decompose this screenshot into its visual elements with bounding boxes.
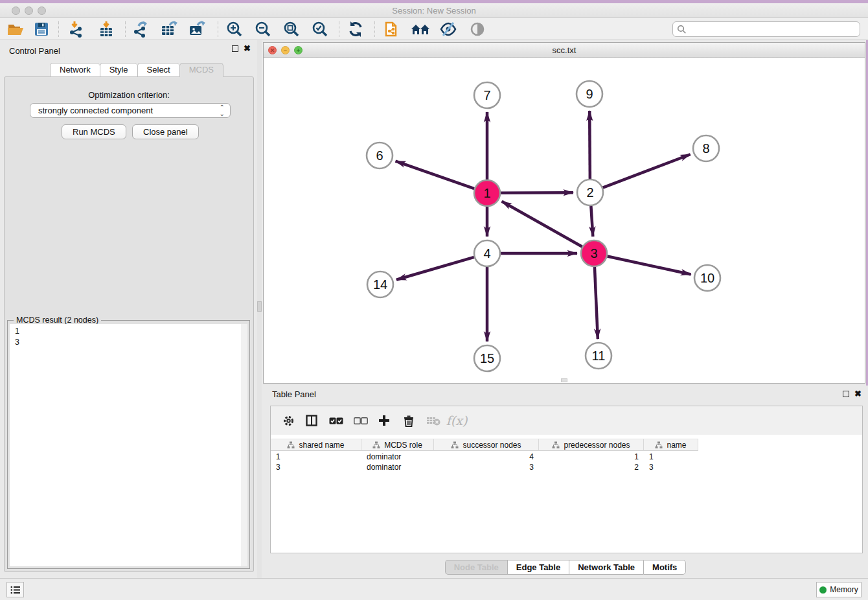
clone-network-icon[interactable] bbox=[380, 20, 404, 38]
tab-motifs[interactable]: Motifs bbox=[643, 560, 686, 575]
network-splitter-handle[interactable] bbox=[561, 378, 567, 382]
edge-1-2[interactable] bbox=[501, 192, 573, 193]
home-networks-icon[interactable] bbox=[409, 20, 432, 38]
show-columns-icon[interactable] bbox=[302, 411, 321, 430]
graph-node-label-15: 15 bbox=[480, 351, 494, 365]
column-header-predecessor-nodes[interactable]: predecessor nodes bbox=[539, 439, 644, 451]
close-panel-icon[interactable]: ✖ bbox=[244, 45, 251, 52]
memory-label: Memory bbox=[830, 585, 858, 594]
criterion-select[interactable]: strongly connected component ⌃⌄ bbox=[30, 103, 231, 118]
close-panel-button[interactable]: Close panel bbox=[132, 124, 199, 139]
table-cell[interactable]: 3 bbox=[271, 462, 361, 472]
edge-2-3[interactable] bbox=[591, 206, 593, 237]
import-table-icon[interactable] bbox=[95, 20, 118, 38]
graph-node-label-7: 7 bbox=[483, 88, 490, 102]
network-graph[interactable]: 7968124314101511 bbox=[264, 58, 865, 384]
float-panel-icon[interactable] bbox=[232, 45, 238, 52]
open-session-icon[interactable] bbox=[4, 20, 27, 38]
search-input[interactable] bbox=[687, 25, 860, 34]
column-header-successor-nodes[interactable]: successor nodes bbox=[434, 439, 539, 451]
graph-node-label-11: 11 bbox=[592, 349, 606, 363]
tab-select[interactable]: Select bbox=[137, 63, 179, 77]
fx-label: f(x) bbox=[446, 413, 468, 428]
application-window: Session: New Session bbox=[0, 0, 868, 600]
tab-network-table[interactable]: Network Table bbox=[569, 560, 643, 575]
tab-style[interactable]: Style bbox=[100, 63, 137, 77]
network-window-titlebar[interactable]: ✕ − + scc.txt bbox=[264, 43, 865, 58]
table-cell[interactable]: 3 bbox=[644, 462, 698, 472]
float-table-panel-icon[interactable] bbox=[843, 391, 849, 397]
hide-view-icon[interactable] bbox=[437, 20, 460, 38]
graph-node-label-2: 2 bbox=[586, 185, 593, 200]
table-settings-gear-icon[interactable] bbox=[279, 411, 298, 430]
edge-1-6[interactable] bbox=[396, 161, 475, 189]
add-column-icon[interactable] bbox=[374, 411, 394, 430]
table-cell[interactable]: dominator bbox=[361, 452, 434, 462]
function-builder-button[interactable]: f(x) bbox=[447, 411, 466, 430]
toolbar-separator bbox=[58, 21, 59, 37]
memory-button[interactable]: Memory bbox=[816, 582, 862, 597]
run-mcds-button[interactable]: Run MCDS bbox=[62, 124, 126, 139]
tab-mcds[interactable]: MCDS bbox=[179, 63, 223, 77]
table-cell[interactable]: 1 bbox=[271, 452, 361, 462]
toolbar-separator bbox=[218, 21, 218, 37]
panel-splitter[interactable] bbox=[257, 40, 262, 578]
zoom-in-icon[interactable] bbox=[223, 20, 246, 38]
select-all-icon[interactable] bbox=[326, 411, 346, 430]
table-cell[interactable]: 2 bbox=[539, 462, 644, 472]
export-image-icon[interactable] bbox=[186, 20, 209, 38]
export-network-icon[interactable] bbox=[130, 20, 153, 38]
column-header-name[interactable]: name bbox=[644, 439, 698, 451]
table-cell[interactable]: 4 bbox=[434, 452, 539, 462]
delete-column-trash-icon[interactable] bbox=[399, 411, 418, 430]
mcds-result-list[interactable]: 13 bbox=[10, 324, 241, 566]
edge-3-1[interactable] bbox=[502, 202, 582, 247]
deselect-all-icon[interactable] bbox=[351, 411, 371, 430]
close-table-panel-icon[interactable]: ✖ bbox=[854, 391, 862, 397]
toolbar-search[interactable] bbox=[672, 21, 860, 37]
delete-table-icon[interactable] bbox=[424, 411, 443, 430]
edge-2-9[interactable] bbox=[589, 111, 590, 179]
graph-node-label-10: 10 bbox=[700, 271, 714, 285]
edge-3-10[interactable] bbox=[608, 256, 691, 274]
disabled-eye-icon[interactable] bbox=[466, 20, 489, 38]
table-cell[interactable]: 1 bbox=[539, 452, 644, 462]
edge-4-14[interactable] bbox=[396, 257, 474, 280]
table-panel-title: Table Panel bbox=[272, 389, 316, 399]
edge-2-8[interactable] bbox=[603, 154, 691, 187]
result-scrollbar[interactable] bbox=[241, 324, 247, 566]
edge-3-11[interactable] bbox=[595, 267, 598, 339]
column-header-MCDS-role[interactable]: MCDS role bbox=[361, 439, 434, 451]
table-row[interactable]: 1dominator411 bbox=[271, 452, 698, 462]
table-toolbar: f(x) bbox=[271, 406, 862, 435]
table-header-row: shared nameMCDS rolesuccessor nodesprede… bbox=[271, 439, 698, 451]
import-network-icon[interactable] bbox=[65, 20, 88, 38]
zoom-fit-icon[interactable] bbox=[280, 20, 303, 38]
optimization-label: Optimization criterion: bbox=[5, 90, 253, 100]
main-toolbar bbox=[0, 18, 868, 40]
table-cell[interactable]: 1 bbox=[644, 452, 698, 462]
splitter-handle[interactable] bbox=[257, 301, 262, 312]
result-item: 1 bbox=[15, 326, 241, 337]
tab-node-table[interactable]: Node Table bbox=[445, 560, 507, 575]
table-cell[interactable]: dominator bbox=[361, 462, 434, 472]
save-session-icon[interactable] bbox=[30, 20, 53, 38]
tab-network[interactable]: Network bbox=[50, 63, 100, 77]
titlebar[interactable]: Session: New Session bbox=[0, 3, 868, 18]
list-icon bbox=[10, 586, 21, 594]
search-icon bbox=[677, 25, 687, 34]
refresh-view-icon[interactable] bbox=[344, 20, 367, 38]
tab-edge-table[interactable]: Edge Table bbox=[507, 560, 569, 575]
network-view-window: ✕ − + scc.txt 7968124314101511 bbox=[263, 42, 865, 384]
zoom-selected-icon[interactable] bbox=[308, 20, 332, 38]
criterion-value: strongly connected component bbox=[38, 106, 153, 115]
table-row[interactable]: 3dominator323 bbox=[271, 462, 698, 472]
export-table-icon[interactable] bbox=[158, 20, 181, 38]
column-header-shared-name[interactable]: shared name bbox=[271, 439, 361, 451]
task-history-button[interactable] bbox=[6, 582, 24, 597]
network-window-title: scc.txt bbox=[264, 45, 865, 55]
table-cell[interactable]: 3 bbox=[434, 462, 539, 472]
control-panel-title: Control Panel bbox=[9, 46, 60, 56]
chevron-updown-icon: ⌃⌄ bbox=[220, 104, 225, 117]
zoom-out-icon[interactable] bbox=[251, 20, 275, 38]
